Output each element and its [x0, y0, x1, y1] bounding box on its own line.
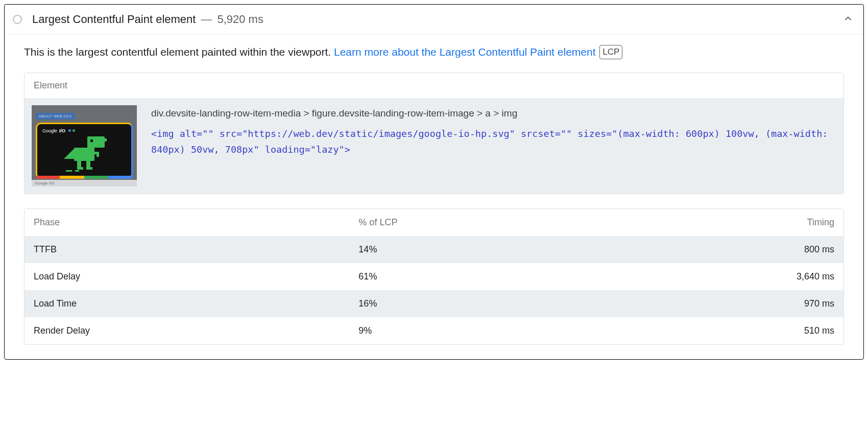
audit-header[interactable]: Largest Contentful Paint element — 5,920…	[5, 5, 863, 35]
element-card: Element ABOUT WEB DEV Google I/O	[24, 73, 844, 194]
svg-rect-7	[97, 152, 99, 157]
phase-cell: TTFB	[25, 236, 349, 263]
timing-cell: 3,640 ms	[599, 263, 843, 290]
lcp-audit-panel: Largest Contentful Paint element — 5,920…	[4, 4, 864, 360]
table-row: TTFB 14% 800 ms	[25, 236, 843, 263]
pct-cell: 14%	[349, 236, 598, 263]
thumbnail-caption: Google I/O	[32, 180, 137, 186]
learn-more-link[interactable]: Learn more about the Largest Contentful …	[334, 46, 596, 58]
thumbnail-button-label: ABOUT WEB DEV	[36, 113, 75, 120]
thumbnail-io: I/O	[59, 128, 65, 133]
audit-timing: 5,920 ms	[217, 13, 263, 26]
table-row: Render Delay 9% 510 ms	[25, 317, 843, 344]
svg-rect-4	[74, 148, 94, 161]
svg-rect-12	[66, 170, 72, 172]
svg-rect-9	[77, 167, 83, 170]
pct-cell: 16%	[349, 290, 598, 317]
element-card-body: ABOUT WEB DEV Google I/O	[25, 98, 843, 194]
column-header-phase: Phase	[25, 209, 349, 236]
element-thumbnail: ABOUT WEB DEV Google I/O	[32, 105, 137, 186]
status-circle-icon	[13, 15, 22, 24]
element-card-header: Element	[25, 73, 843, 98]
timing-cell: 800 ms	[599, 236, 843, 263]
audit-title: Largest Contentful Paint element	[32, 13, 196, 26]
phase-cell: Render Delay	[25, 317, 349, 344]
audit-body: This is the largest contentful element p…	[5, 35, 863, 359]
timing-cell: 510 ms	[599, 317, 843, 344]
dash-separator: —	[201, 13, 212, 26]
chevron-up-icon[interactable]	[843, 13, 853, 26]
phase-breakdown-table: Phase % of LCP Timing TTFB 14% 800 ms Lo…	[24, 208, 844, 345]
thumbnail-brand: Google	[42, 128, 57, 133]
timing-cell: 970 ms	[599, 290, 843, 317]
io-dots-icon	[68, 129, 75, 132]
phase-cell: Load Delay	[25, 263, 349, 290]
svg-marker-5	[64, 149, 74, 159]
selector-path: div.devsite-landing-row-item-media > fig…	[151, 105, 834, 122]
dinosaur-icon	[59, 136, 110, 173]
table-row: Load Delay 61% 3,640 ms	[25, 263, 843, 290]
lcp-badge: LCP	[599, 45, 622, 59]
pct-cell: 9%	[349, 317, 598, 344]
element-text: div.devsite-landing-row-item-media > fig…	[151, 105, 834, 158]
thumbnail-card: Google I/O	[36, 123, 133, 179]
svg-rect-2	[90, 139, 93, 142]
description-text: This is the largest contentful element p…	[24, 46, 334, 58]
svg-rect-1	[103, 138, 107, 142]
table-header-row: Phase % of LCP Timing	[25, 209, 843, 236]
phase-cell: Load Time	[25, 290, 349, 317]
thumbnail-caption-left: Google I/O	[35, 181, 55, 185]
column-header-timing: Timing	[599, 209, 843, 236]
svg-rect-11	[86, 167, 92, 170]
column-header-pct: % of LCP	[349, 209, 598, 236]
pct-cell: 61%	[349, 263, 598, 290]
table-row: Load Time 16% 970 ms	[25, 290, 843, 317]
code-snippet: <img alt="" src="https://web.dev/static/…	[151, 126, 834, 158]
audit-description: This is the largest contentful element p…	[24, 44, 844, 60]
svg-rect-13	[75, 170, 79, 172]
